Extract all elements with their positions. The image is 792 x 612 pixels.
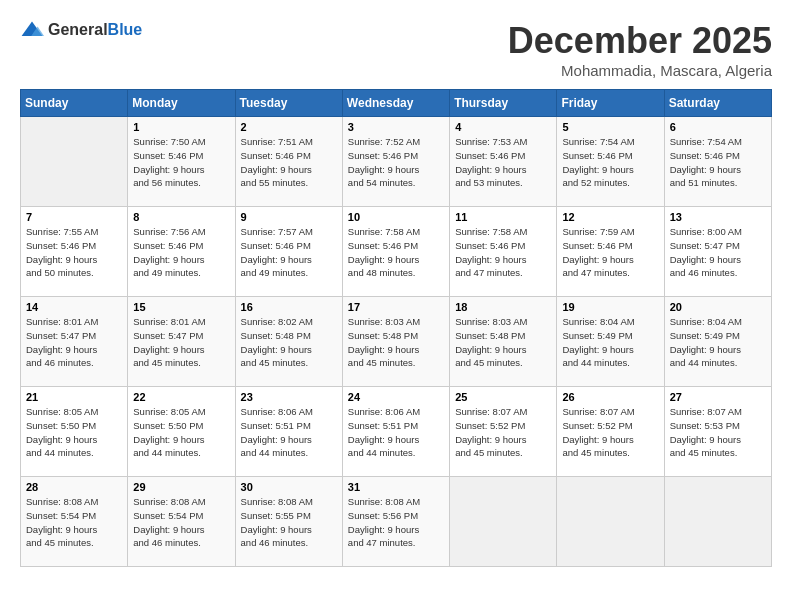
day-number: 21 xyxy=(26,391,122,403)
cell-content: Sunrise: 7:50 AMSunset: 5:46 PMDaylight:… xyxy=(133,135,229,190)
cell-content: Sunrise: 7:51 AMSunset: 5:46 PMDaylight:… xyxy=(241,135,337,190)
day-number: 6 xyxy=(670,121,766,133)
cell-content: Sunrise: 7:54 AMSunset: 5:46 PMDaylight:… xyxy=(670,135,766,190)
calendar-cell xyxy=(664,477,771,567)
calendar-cell: 12Sunrise: 7:59 AMSunset: 5:46 PMDayligh… xyxy=(557,207,664,297)
cell-content: Sunrise: 8:01 AMSunset: 5:47 PMDaylight:… xyxy=(26,315,122,370)
day-number: 8 xyxy=(133,211,229,223)
cell-content: Sunrise: 8:08 AMSunset: 5:55 PMDaylight:… xyxy=(241,495,337,550)
calendar-cell: 18Sunrise: 8:03 AMSunset: 5:48 PMDayligh… xyxy=(450,297,557,387)
logo: GeneralBlue xyxy=(20,20,142,40)
calendar-cell: 31Sunrise: 8:08 AMSunset: 5:56 PMDayligh… xyxy=(342,477,449,567)
calendar-cell xyxy=(21,117,128,207)
calendar-cell: 5Sunrise: 7:54 AMSunset: 5:46 PMDaylight… xyxy=(557,117,664,207)
day-number: 25 xyxy=(455,391,551,403)
calendar-week-row: 7Sunrise: 7:55 AMSunset: 5:46 PMDaylight… xyxy=(21,207,772,297)
calendar-week-row: 21Sunrise: 8:05 AMSunset: 5:50 PMDayligh… xyxy=(21,387,772,477)
calendar-cell: 11Sunrise: 7:58 AMSunset: 5:46 PMDayligh… xyxy=(450,207,557,297)
day-number: 27 xyxy=(670,391,766,403)
col-header-tuesday: Tuesday xyxy=(235,90,342,117)
cell-content: Sunrise: 7:58 AMSunset: 5:46 PMDaylight:… xyxy=(348,225,444,280)
day-number: 22 xyxy=(133,391,229,403)
calendar-table: SundayMondayTuesdayWednesdayThursdayFrid… xyxy=(20,89,772,567)
col-header-saturday: Saturday xyxy=(664,90,771,117)
calendar-cell: 29Sunrise: 8:08 AMSunset: 5:54 PMDayligh… xyxy=(128,477,235,567)
day-number: 12 xyxy=(562,211,658,223)
calendar-cell: 14Sunrise: 8:01 AMSunset: 5:47 PMDayligh… xyxy=(21,297,128,387)
day-number: 9 xyxy=(241,211,337,223)
cell-content: Sunrise: 8:08 AMSunset: 5:54 PMDaylight:… xyxy=(26,495,122,550)
calendar-cell: 22Sunrise: 8:05 AMSunset: 5:50 PMDayligh… xyxy=(128,387,235,477)
day-number: 17 xyxy=(348,301,444,313)
calendar-cell: 10Sunrise: 7:58 AMSunset: 5:46 PMDayligh… xyxy=(342,207,449,297)
calendar-cell xyxy=(450,477,557,567)
location-subtitle: Mohammadia, Mascara, Algeria xyxy=(508,62,772,79)
cell-content: Sunrise: 7:57 AMSunset: 5:46 PMDaylight:… xyxy=(241,225,337,280)
title-block: December 2025 Mohammadia, Mascara, Alger… xyxy=(508,20,772,79)
cell-content: Sunrise: 8:08 AMSunset: 5:54 PMDaylight:… xyxy=(133,495,229,550)
calendar-cell: 3Sunrise: 7:52 AMSunset: 5:46 PMDaylight… xyxy=(342,117,449,207)
day-number: 1 xyxy=(133,121,229,133)
cell-content: Sunrise: 7:52 AMSunset: 5:46 PMDaylight:… xyxy=(348,135,444,190)
col-header-wednesday: Wednesday xyxy=(342,90,449,117)
calendar-cell: 23Sunrise: 8:06 AMSunset: 5:51 PMDayligh… xyxy=(235,387,342,477)
cell-content: Sunrise: 7:59 AMSunset: 5:46 PMDaylight:… xyxy=(562,225,658,280)
day-number: 26 xyxy=(562,391,658,403)
calendar-cell: 20Sunrise: 8:04 AMSunset: 5:49 PMDayligh… xyxy=(664,297,771,387)
day-number: 14 xyxy=(26,301,122,313)
calendar-cell: 15Sunrise: 8:01 AMSunset: 5:47 PMDayligh… xyxy=(128,297,235,387)
cell-content: Sunrise: 8:06 AMSunset: 5:51 PMDaylight:… xyxy=(348,405,444,460)
day-number: 13 xyxy=(670,211,766,223)
calendar-cell: 1Sunrise: 7:50 AMSunset: 5:46 PMDaylight… xyxy=(128,117,235,207)
day-number: 29 xyxy=(133,481,229,493)
calendar-cell: 9Sunrise: 7:57 AMSunset: 5:46 PMDaylight… xyxy=(235,207,342,297)
cell-content: Sunrise: 7:54 AMSunset: 5:46 PMDaylight:… xyxy=(562,135,658,190)
cell-content: Sunrise: 8:08 AMSunset: 5:56 PMDaylight:… xyxy=(348,495,444,550)
calendar-cell: 8Sunrise: 7:56 AMSunset: 5:46 PMDaylight… xyxy=(128,207,235,297)
cell-content: Sunrise: 8:03 AMSunset: 5:48 PMDaylight:… xyxy=(455,315,551,370)
col-header-thursday: Thursday xyxy=(450,90,557,117)
calendar-cell xyxy=(557,477,664,567)
day-number: 4 xyxy=(455,121,551,133)
day-number: 16 xyxy=(241,301,337,313)
calendar-week-row: 1Sunrise: 7:50 AMSunset: 5:46 PMDaylight… xyxy=(21,117,772,207)
calendar-cell: 28Sunrise: 8:08 AMSunset: 5:54 PMDayligh… xyxy=(21,477,128,567)
day-number: 20 xyxy=(670,301,766,313)
calendar-cell: 25Sunrise: 8:07 AMSunset: 5:52 PMDayligh… xyxy=(450,387,557,477)
calendar-cell: 6Sunrise: 7:54 AMSunset: 5:46 PMDaylight… xyxy=(664,117,771,207)
day-number: 5 xyxy=(562,121,658,133)
cell-content: Sunrise: 7:56 AMSunset: 5:46 PMDaylight:… xyxy=(133,225,229,280)
col-header-monday: Monday xyxy=(128,90,235,117)
day-number: 2 xyxy=(241,121,337,133)
logo-icon xyxy=(20,20,44,40)
day-number: 31 xyxy=(348,481,444,493)
day-number: 3 xyxy=(348,121,444,133)
month-title: December 2025 xyxy=(508,20,772,62)
cell-content: Sunrise: 8:05 AMSunset: 5:50 PMDaylight:… xyxy=(133,405,229,460)
calendar-cell: 27Sunrise: 8:07 AMSunset: 5:53 PMDayligh… xyxy=(664,387,771,477)
day-number: 10 xyxy=(348,211,444,223)
cell-content: Sunrise: 8:07 AMSunset: 5:52 PMDaylight:… xyxy=(562,405,658,460)
cell-content: Sunrise: 8:05 AMSunset: 5:50 PMDaylight:… xyxy=(26,405,122,460)
calendar-cell: 2Sunrise: 7:51 AMSunset: 5:46 PMDaylight… xyxy=(235,117,342,207)
day-number: 18 xyxy=(455,301,551,313)
day-number: 11 xyxy=(455,211,551,223)
cell-content: Sunrise: 7:53 AMSunset: 5:46 PMDaylight:… xyxy=(455,135,551,190)
calendar-header-row: SundayMondayTuesdayWednesdayThursdayFrid… xyxy=(21,90,772,117)
calendar-cell: 26Sunrise: 8:07 AMSunset: 5:52 PMDayligh… xyxy=(557,387,664,477)
day-number: 23 xyxy=(241,391,337,403)
cell-content: Sunrise: 8:04 AMSunset: 5:49 PMDaylight:… xyxy=(670,315,766,370)
cell-content: Sunrise: 8:06 AMSunset: 5:51 PMDaylight:… xyxy=(241,405,337,460)
col-header-friday: Friday xyxy=(557,90,664,117)
calendar-cell: 21Sunrise: 8:05 AMSunset: 5:50 PMDayligh… xyxy=(21,387,128,477)
cell-content: Sunrise: 8:04 AMSunset: 5:49 PMDaylight:… xyxy=(562,315,658,370)
cell-content: Sunrise: 8:03 AMSunset: 5:48 PMDaylight:… xyxy=(348,315,444,370)
cell-content: Sunrise: 8:01 AMSunset: 5:47 PMDaylight:… xyxy=(133,315,229,370)
day-number: 19 xyxy=(562,301,658,313)
cell-content: Sunrise: 8:07 AMSunset: 5:52 PMDaylight:… xyxy=(455,405,551,460)
calendar-cell: 7Sunrise: 7:55 AMSunset: 5:46 PMDaylight… xyxy=(21,207,128,297)
day-number: 7 xyxy=(26,211,122,223)
cell-content: Sunrise: 8:07 AMSunset: 5:53 PMDaylight:… xyxy=(670,405,766,460)
logo-general: General xyxy=(48,21,108,38)
cell-content: Sunrise: 7:58 AMSunset: 5:46 PMDaylight:… xyxy=(455,225,551,280)
